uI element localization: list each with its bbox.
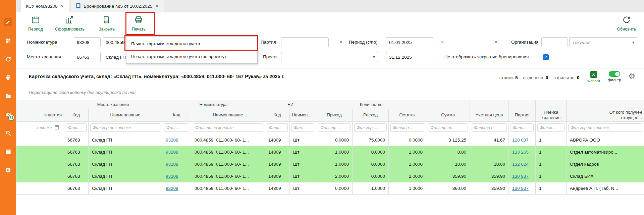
gear-icon[interactable]: ⚙ xyxy=(628,72,635,80)
nomenclature-code-link[interactable]: 93208 xyxy=(166,138,178,143)
col-nomenclature-name[interactable]: Наименование xyxy=(191,109,265,122)
tab-booking[interactable]: Бронирование №5 от 10.02.2025 × xyxy=(71,0,164,12)
generate-button[interactable]: Сформировать xyxy=(55,15,85,32)
clear-icon[interactable]: × xyxy=(493,37,499,47)
cell-unit-code: 14809 xyxy=(265,170,290,182)
clear-batch-icon[interactable]: × xyxy=(338,37,344,47)
filter-input-batch[interactable] xyxy=(511,123,534,132)
tab-ksu[interactable]: КСУ ном.93208 × xyxy=(21,0,69,12)
filter-input-nomenclature-name[interactable] xyxy=(193,123,263,132)
filter-input-expense[interactable] xyxy=(354,123,387,132)
filter-input-nomenclature-code[interactable] xyxy=(164,123,189,132)
table-row[interactable]: 66763Склад ГП93208000.4859. 011.000- 60-… xyxy=(16,182,644,194)
cell-counterparty: АВРОРА ООО xyxy=(567,134,644,146)
filter-input-sum[interactable] xyxy=(428,123,468,132)
batch-link[interactable]: 130 937 xyxy=(512,186,529,191)
cell-storage-cell: 1 xyxy=(536,158,567,170)
cell-expense: 1.0000 xyxy=(353,182,389,194)
print-menu-item-card[interactable]: Печать карточки складского учета xyxy=(126,37,257,50)
search-icon[interactable] xyxy=(4,129,12,137)
edit-icon[interactable] xyxy=(4,18,12,26)
period-to-input[interactable] xyxy=(386,52,433,62)
export-button[interactable]: X экспорт xyxy=(587,71,600,83)
nomenclature-code-input[interactable] xyxy=(74,37,101,47)
filter-input-counterparty[interactable] xyxy=(568,123,642,132)
refresh-icon xyxy=(622,15,631,25)
table-row[interactable]: 66763Склад ГП93208000.4859. 011.000- 60-… xyxy=(16,170,644,182)
filter-input-storage-code[interactable] xyxy=(66,123,87,132)
sync-icon[interactable] xyxy=(4,55,12,63)
toggle-switch[interactable] xyxy=(609,71,620,77)
filter-input-unit-name[interactable] xyxy=(291,123,314,132)
nomenclature-code-link[interactable]: 93208 xyxy=(166,162,178,167)
close-icon[interactable]: × xyxy=(61,4,64,9)
col-sum[interactable]: Сумма xyxy=(426,109,470,122)
table-row[interactable]: 66763Склад ГП93208000.4859. 011.000- 60-… xyxy=(16,134,644,146)
cell-unit-code: 14809 xyxy=(265,134,290,146)
batch-link[interactable]: 133 265 xyxy=(512,150,529,155)
chevron-down-icon: ▾ xyxy=(632,40,634,45)
batch-link[interactable]: 128 037 xyxy=(512,138,529,143)
table-row[interactable]: 66763Склад ГП93208000.4859. 011.000- 60-… xyxy=(16,146,644,158)
cell-sum: 3 125.25 xyxy=(426,134,470,146)
filter-input-unit-code[interactable] xyxy=(267,123,288,132)
col-batch-date[interactable]: я партия xyxy=(16,109,64,122)
cell-income: 0.0000 xyxy=(316,182,353,194)
col-storage-cell[interactable]: Ячейка хранения xyxy=(536,109,567,122)
print-button[interactable]: Печать xyxy=(132,15,146,32)
cell-batch-date xyxy=(16,158,64,170)
print-queue-icon[interactable] xyxy=(4,73,12,82)
table-row[interactable]: 66763Склад ГП93208000.4859. 011.000- 60-… xyxy=(16,158,644,170)
clear-period-icon[interactable]: × xyxy=(439,37,445,47)
folder-icon[interactable] xyxy=(4,92,12,100)
group-nomenclature: Номенклатура xyxy=(162,100,265,109)
period-button[interactable]: Период xyxy=(28,15,43,32)
cell-income: 1.0000 xyxy=(316,146,353,158)
filter-input-storage-name[interactable] xyxy=(90,123,160,132)
hide-closed-checkbox[interactable]: ✓ xyxy=(543,54,549,60)
organization-select[interactable]: Текущая ▾ xyxy=(569,37,637,47)
col-storage-name[interactable]: Наименование xyxy=(89,109,162,122)
mail-icon[interactable]: 31 xyxy=(4,110,12,118)
close-icon[interactable]: × xyxy=(155,4,158,9)
col-storage-code[interactable]: Код xyxy=(64,109,89,122)
batch-input[interactable] xyxy=(281,37,329,47)
filter-toggle[interactable]: фильтр xyxy=(608,71,621,82)
storage-code-input[interactable] xyxy=(74,52,101,62)
close-card-button[interactable]: Закрыть xyxy=(99,15,115,32)
col-counterparty[interactable]: От кого получен отпущен... xyxy=(567,109,644,122)
batch-link[interactable]: 130 937 xyxy=(512,174,529,179)
period-from-input[interactable] xyxy=(386,37,433,47)
organization-label: Организация xyxy=(511,37,538,47)
col-nomenclature-code[interactable]: Код xyxy=(162,109,191,122)
col-balance[interactable]: Остаток xyxy=(389,109,426,122)
refresh-button[interactable]: Обновить xyxy=(617,15,636,32)
book-icon xyxy=(102,15,111,25)
qr-icon[interactable] xyxy=(4,37,12,45)
organization-code-input[interactable] xyxy=(541,37,568,47)
nomenclature-code-link[interactable]: 93208 xyxy=(166,174,178,179)
col-expense[interactable]: Расход xyxy=(353,109,389,122)
cell-unit-code: 14809 xyxy=(265,158,290,170)
filter-input-storage-cell[interactable] xyxy=(537,123,565,132)
col-price[interactable]: Учетная цена xyxy=(470,109,509,122)
col-unit-code[interactable]: Код xyxy=(265,109,290,122)
filter-input-price[interactable] xyxy=(472,123,507,132)
batch-link[interactable]: 132 624 xyxy=(512,162,529,167)
filter-input-balance[interactable] xyxy=(390,123,424,132)
filter-input-income[interactable] xyxy=(318,123,351,132)
selected-count: 0 xyxy=(546,75,548,80)
col-income[interactable]: Приход xyxy=(316,109,353,122)
col-batch[interactable]: Партия xyxy=(509,109,536,122)
print-menu-item-card-by-project[interactable]: Печать карточки складского учета (по про… xyxy=(126,50,257,63)
nomenclature-code-link[interactable]: 93208 xyxy=(166,186,178,191)
cell-storage-code: 66763 xyxy=(64,146,89,158)
col-unit-name[interactable]: Наименование xyxy=(290,109,316,122)
date-filter-icon[interactable] xyxy=(54,125,59,131)
nomenclature-code-link[interactable]: 93208 xyxy=(166,150,178,155)
cell-price: 359.90 xyxy=(470,182,509,194)
cell-unit-code: 14809 xyxy=(265,146,290,158)
project-select[interactable]: ▾ xyxy=(281,52,378,62)
calendar-icon[interactable] xyxy=(4,147,12,155)
reports-icon[interactable] xyxy=(4,166,12,174)
